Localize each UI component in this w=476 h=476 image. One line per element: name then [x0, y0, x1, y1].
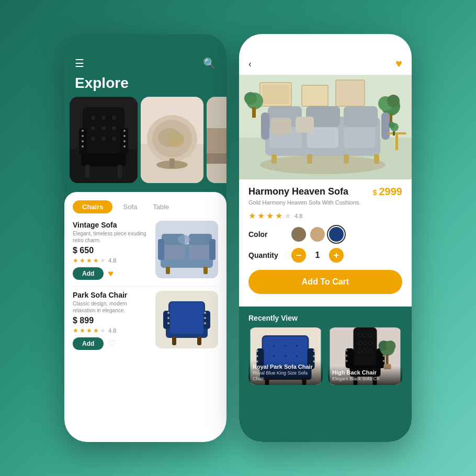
svg-rect-84	[381, 112, 390, 140]
quantity-decrease-button[interactable]: −	[291, 248, 306, 263]
featured-image-1[interactable]	[70, 97, 138, 183]
quantity-label: Quantity	[248, 251, 285, 259]
add-button-2[interactable]: Add	[73, 337, 104, 350]
svg-point-23	[123, 135, 126, 137]
recent-item-overlay-2: High Back Chair Elegant Black Sofa Ch	[328, 366, 402, 385]
svg-point-31	[168, 132, 184, 147]
svg-rect-35	[207, 128, 226, 157]
svg-point-59	[204, 317, 206, 319]
svg-rect-82	[344, 127, 375, 148]
svg-point-4	[92, 116, 95, 119]
tab-chairs[interactable]: Chairs	[73, 200, 112, 213]
svg-point-10	[92, 137, 95, 140]
svg-point-133	[346, 360, 348, 362]
featured-image-3[interactable]	[207, 97, 226, 183]
product-name-1: Vintage Sofa	[73, 221, 150, 229]
svg-point-24	[123, 140, 126, 142]
svg-point-120	[364, 334, 367, 337]
category-tabs: Chairs Sofa Table	[73, 200, 218, 213]
svg-rect-17	[118, 165, 122, 178]
svg-point-127	[369, 349, 372, 353]
svg-point-11	[102, 137, 105, 140]
color-label: Color	[248, 230, 285, 239]
svg-point-22	[123, 130, 126, 132]
recent-item-1[interactable]: Royal Park Sofa Chair Royal Blue King Si…	[248, 327, 323, 385]
back-icon[interactable]: ‹	[248, 59, 252, 70]
recent-item-2[interactable]: High Back Chair Elegant Black Sofa Ch	[328, 327, 402, 385]
featured-image-2[interactable]	[141, 97, 203, 183]
svg-point-18	[82, 130, 84, 132]
svg-rect-42	[189, 245, 211, 259]
wishlist-icon-1[interactable]: ♥	[108, 268, 114, 279]
add-to-cart-button[interactable]: Add To Cart	[248, 270, 402, 294]
search-icon[interactable]: 🔍	[203, 57, 216, 70]
svg-point-141	[386, 341, 396, 351]
svg-rect-90	[296, 117, 314, 132]
product-price-1: $ 650	[73, 246, 150, 255]
color-option-blue[interactable]	[329, 227, 344, 242]
svg-rect-62	[197, 337, 201, 345]
recent-item-overlay-1: Royal Park Sofa Chair Royal Blue King Si…	[248, 360, 323, 385]
svg-point-131	[346, 349, 348, 352]
color-option-brown[interactable]	[291, 227, 306, 242]
svg-point-20	[82, 140, 84, 142]
svg-rect-36	[207, 153, 226, 164]
product-desc-2: Classic design, modern relaxation in ele…	[73, 300, 150, 314]
wishlist-icon-2[interactable]: ♡	[108, 338, 116, 349]
svg-point-100	[273, 344, 276, 347]
svg-point-21	[82, 145, 84, 148]
svg-point-6	[112, 116, 116, 119]
product-price-2: $ 899	[73, 316, 150, 325]
svg-point-124	[369, 342, 372, 345]
right-notch	[297, 34, 354, 48]
product-rating: ★ ★ ★ ★ ★ 4.8	[248, 211, 402, 221]
svg-rect-46	[203, 267, 208, 274]
svg-rect-41	[163, 245, 185, 259]
product-image-2[interactable]	[155, 291, 218, 348]
product-desc-1: Elegant, timeless piece exuding retro ch…	[73, 230, 150, 244]
svg-rect-3	[83, 107, 124, 154]
svg-point-7	[92, 127, 95, 130]
svg-point-8	[102, 127, 105, 130]
svg-point-56	[167, 317, 169, 319]
left-header: ☰ 🔍	[64, 53, 226, 72]
svg-rect-68	[336, 80, 365, 106]
recent-item-name-1: Royal Park Sofa Chair	[253, 364, 319, 370]
svg-point-12	[112, 137, 116, 140]
add-button-1[interactable]: Add	[73, 267, 104, 280]
svg-point-57	[167, 322, 169, 324]
svg-rect-61	[172, 337, 176, 345]
product-image-1[interactable]	[155, 221, 218, 278]
product-main-desc: Gold Harmony Heaven Sofa With Cushions.	[248, 199, 402, 207]
svg-point-19	[82, 135, 84, 137]
svg-rect-44	[209, 239, 216, 260]
menu-icon[interactable]: ☰	[75, 57, 84, 70]
svg-point-5	[102, 116, 105, 119]
recent-item-name-2: High Back Chair	[332, 369, 398, 376]
svg-rect-79	[344, 106, 378, 127]
product-list-card: Chairs Sofa Table Vintage Sofa Elegant, …	[64, 192, 226, 442]
color-option-beige[interactable]	[310, 227, 325, 242]
favorite-icon[interactable]: ♥	[395, 57, 402, 71]
svg-point-105	[296, 355, 299, 358]
quantity-increase-button[interactable]: +	[329, 248, 344, 263]
right-phone: ‹ ♥	[239, 34, 412, 442]
svg-point-74	[244, 92, 257, 105]
tab-table[interactable]: Table	[148, 200, 174, 213]
recently-view-title: Recently View	[248, 314, 402, 322]
svg-point-109	[256, 350, 258, 352]
svg-point-47	[178, 235, 190, 244]
svg-point-96	[260, 155, 386, 174]
svg-point-122	[359, 342, 362, 345]
svg-rect-92	[395, 134, 398, 150]
svg-point-102	[296, 344, 299, 347]
svg-point-125	[359, 349, 362, 353]
svg-point-121	[369, 334, 372, 337]
color-section: Color	[248, 227, 402, 242]
svg-rect-142	[386, 355, 389, 365]
tab-sofa[interactable]: Sofa	[118, 200, 142, 213]
product-info-2: Park Sofa Chair Classic design, modern r…	[73, 291, 150, 350]
product-actions-1: Add ♥	[73, 267, 150, 280]
color-options	[291, 227, 344, 242]
right-header: ‹ ♥	[239, 53, 412, 75]
